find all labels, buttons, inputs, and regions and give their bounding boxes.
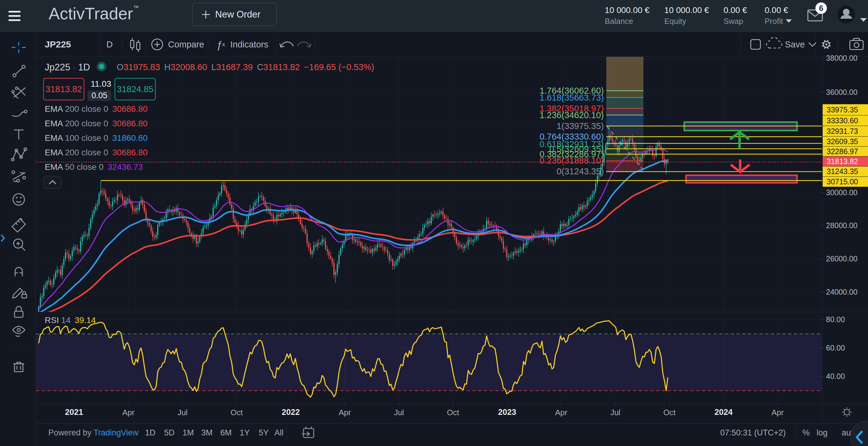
svg-text:6: 6 [819, 4, 823, 13]
